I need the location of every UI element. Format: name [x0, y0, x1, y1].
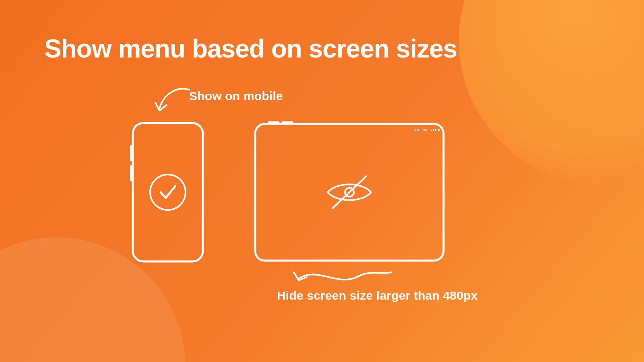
arrow-to-phone-icon: [152, 82, 192, 119]
page-title: Show menu based on screen sizes: [44, 35, 457, 62]
svg-rect-8: [435, 129, 436, 131]
svg-line-12: [332, 176, 366, 208]
arrow-to-tablet-icon: [282, 263, 394, 291]
diagram-canvas: Show menu based on screen sizes Show on …: [0, 0, 644, 362]
svg-rect-0: [133, 123, 203, 261]
mobile-caption: Show on mobile: [189, 89, 283, 103]
svg-rect-10: [431, 130, 432, 131]
svg-rect-9: [433, 130, 434, 132]
decorative-blob-top-right: [459, 0, 644, 185]
svg-point-3: [150, 175, 186, 210]
phone-device-icon: [130, 121, 205, 263]
hidden-eye-icon: [328, 176, 371, 208]
svg-point-7: [438, 129, 440, 131]
tablet-caption: Hide screen size larger than 480px: [277, 289, 478, 302]
tablet-device-icon: 8:31 AM: [253, 121, 446, 264]
tablet-status-time: 8:31 AM: [414, 128, 427, 132]
